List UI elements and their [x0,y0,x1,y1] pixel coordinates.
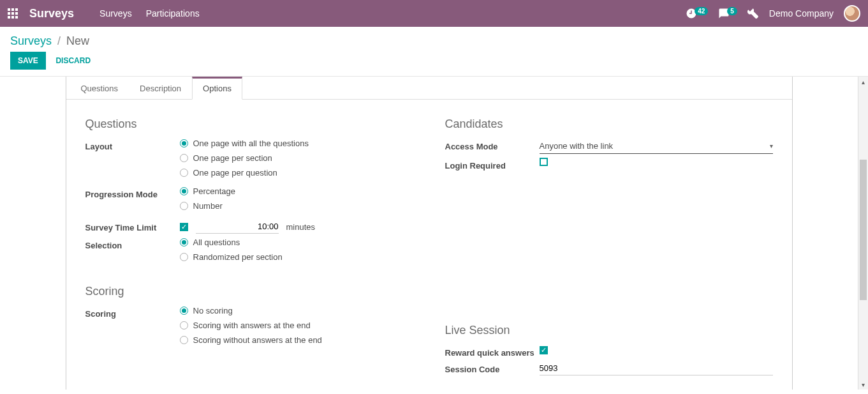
company-name[interactable]: Demo Company [769,8,834,19]
time-limit-unit: minutes [286,222,316,232]
section-live-title: Live Session [445,324,773,337]
login-required-checkbox[interactable] [540,158,548,166]
save-button[interactable]: SAVE [10,52,46,70]
reward-checkbox[interactable] [540,346,548,354]
selection-option-0[interactable]: All questions [180,238,413,247]
access-mode-label: Access Mode [445,139,540,151]
radio-icon [180,253,188,261]
tab-questions[interactable]: Questions [70,77,129,99]
tab-description[interactable]: Description [129,77,192,99]
radio-icon [180,169,188,177]
radio-icon [180,307,188,315]
time-limit-label: Survey Time Limit [85,220,180,232]
scroll-down-icon[interactable]: ▾ [858,379,868,390]
discard-button[interactable]: DISCARD [48,52,98,70]
radio-icon [180,139,188,148]
scoring-option-1[interactable]: Scoring with answers at the end [180,321,413,330]
scroll-thumb[interactable] [860,160,867,300]
progression-option-1[interactable]: Number [180,201,413,211]
radio-icon [180,238,188,246]
avatar[interactable] [844,5,860,22]
nav-participations[interactable]: Participations [146,8,200,19]
layout-option-2[interactable]: One page per question [180,168,413,178]
scoring-option-2[interactable]: Scoring without answers at the end [180,335,413,345]
chat-badge: 5 [727,7,737,15]
scrollbar[interactable]: ▴ ▾ [858,77,868,390]
session-code-input[interactable] [540,361,773,375]
scroll-up-icon[interactable]: ▴ [858,77,868,87]
activity-badge: 42 [695,7,708,15]
login-required-label: Login Required [445,158,540,170]
breadcrumb-current: New [66,34,89,47]
time-limit-checkbox[interactable] [180,223,188,231]
section-questions-title: Questions [85,117,413,131]
nav-surveys[interactable]: Surveys [99,8,132,19]
time-limit-input[interactable] [196,220,279,234]
layout-option-1[interactable]: One page per section [180,153,413,163]
selection-label: Selection [85,238,180,250]
breadcrumb: Surveys / New [10,34,858,48]
progression-label: Progression Mode [85,186,180,199]
chat-indicator[interactable]: 5 [718,8,737,19]
activity-indicator[interactable]: 42 [686,8,708,19]
radio-icon [180,202,188,210]
section-scoring-title: Scoring [85,285,413,298]
apps-icon[interactable] [8,8,18,19]
session-code-label: Session Code [445,361,540,374]
progression-option-0[interactable]: Percentage [180,186,413,196]
radio-icon [180,321,188,330]
scoring-option-0[interactable]: No scoring [180,306,413,315]
tools-icon[interactable] [747,8,759,19]
radio-icon [180,187,188,195]
radio-icon [180,336,188,344]
caret-down-icon: ▾ [770,142,773,149]
breadcrumb-surveys[interactable]: Surveys [10,34,52,47]
tab-options[interactable]: Options [192,77,242,100]
reward-label: Reward quick answers [445,345,540,358]
layout-option-0[interactable]: One page with all the questions [180,139,413,148]
access-mode-select[interactable]: Anyone with the link ▾ [540,139,773,154]
selection-option-1[interactable]: Randomized per section [180,252,413,262]
radio-icon [180,154,188,162]
scoring-label: Scoring [85,306,180,319]
app-brand: Surveys [29,7,74,20]
section-candidates-title: Candidates [445,117,773,131]
layout-label: Layout [85,139,180,151]
